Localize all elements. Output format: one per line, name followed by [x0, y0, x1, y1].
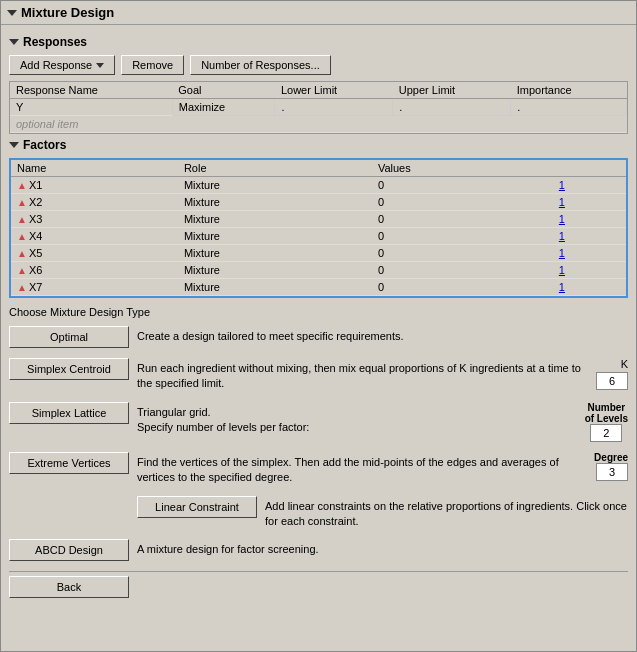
simplex-centroid-button[interactable]: Simplex Centroid — [9, 358, 129, 380]
factor-min[interactable]: 0 — [372, 228, 553, 245]
factors-col-extra — [553, 160, 626, 177]
extreme-vertices-row: Extreme Vertices Find the vertices of th… — [9, 452, 628, 486]
response-goal-y[interactable]: Maximize — [172, 99, 275, 116]
factor-role: Mixture — [178, 194, 372, 211]
simplex-centroid-desc: Run each ingredient without mixing, then… — [137, 358, 588, 392]
responses-section-header: Responses — [9, 35, 628, 49]
linear-constraint-button[interactable]: Linear Constraint — [137, 496, 257, 518]
responses-col-name: Response Name — [10, 82, 172, 99]
responses-col-upper: Upper Limit — [393, 82, 511, 99]
factor-name: X6 — [29, 264, 42, 276]
table-row: ▲X5Mixture01 — [11, 245, 626, 262]
choose-type-label: Choose Mixture Design Type — [9, 306, 628, 318]
number-of-levels-block: Number of Levels — [585, 402, 628, 442]
responses-col-lower: Lower Limit — [275, 82, 393, 99]
simplex-centroid-control: K — [596, 358, 628, 390]
response-name-y: Y — [10, 99, 172, 116]
factor-max[interactable]: 1 — [553, 211, 626, 228]
factor-min[interactable]: 0 — [372, 279, 553, 296]
add-response-dropdown-arrow — [96, 63, 104, 68]
k-input[interactable] — [596, 372, 628, 390]
factors-section-header: Factors — [9, 138, 628, 152]
factor-name: X1 — [29, 179, 42, 191]
factor-min[interactable]: 0 — [372, 194, 553, 211]
simplex-lattice-desc: Triangular grid. Specify number of level… — [137, 402, 577, 436]
number-of-levels-label: Number of Levels — [585, 402, 628, 424]
table-row: ▲X6Mixture01 — [11, 262, 626, 279]
factor-min[interactable]: 0 — [372, 262, 553, 279]
number-of-responses-button[interactable]: Number of Responses... — [190, 55, 331, 75]
factor-icon: ▲ — [17, 282, 27, 293]
optimal-row: Optimal Create a design tailored to meet… — [9, 326, 628, 348]
response-importance-y[interactable]: . — [511, 99, 627, 116]
factor-min[interactable]: 0 — [372, 245, 553, 262]
factor-name: X5 — [29, 247, 42, 259]
table-row: ▲X3Mixture01 — [11, 211, 626, 228]
responses-label: Responses — [23, 35, 87, 49]
table-row: ▲X7Mixture01 — [11, 279, 626, 296]
factor-min[interactable]: 0 — [372, 177, 553, 194]
factor-max[interactable]: 1 — [553, 228, 626, 245]
responses-collapse-arrow[interactable] — [9, 39, 19, 45]
back-row: Back — [9, 576, 628, 598]
title-collapse-arrow[interactable] — [7, 10, 17, 16]
factor-max[interactable]: 1 — [553, 194, 626, 211]
title-bar: Mixture Design — [1, 1, 636, 25]
remove-response-button[interactable]: Remove — [121, 55, 184, 75]
main-container: Mixture Design Responses Add Response Re… — [0, 0, 637, 652]
degree-label: Degree — [594, 452, 628, 463]
optimal-button[interactable]: Optimal — [9, 326, 129, 348]
factor-icon: ▲ — [17, 231, 27, 242]
simplex-centroid-row: Simplex Centroid Run each ingredient wit… — [9, 358, 628, 392]
back-button[interactable]: Back — [9, 576, 129, 598]
factor-name: X7 — [29, 281, 42, 293]
factor-icon: ▲ — [17, 248, 27, 259]
factors-col-role: Role — [178, 160, 372, 177]
factors-table-container: Name Role Values ▲X1Mixture01▲X2Mixture0… — [9, 158, 628, 298]
degree-input[interactable] — [596, 463, 628, 481]
factor-role: Mixture — [178, 262, 372, 279]
table-row: ▲X2Mixture01 — [11, 194, 626, 211]
factors-collapse-arrow[interactable] — [9, 142, 19, 148]
table-row: ▲X1Mixture01 — [11, 177, 626, 194]
simplex-lattice-desc-line2: Specify number of levels per factor: — [137, 420, 577, 435]
linear-constraint-row: Linear Constraint Add linear constraints… — [137, 496, 628, 530]
factor-icon: ▲ — [17, 197, 27, 208]
factor-max[interactable]: 1 — [553, 245, 626, 262]
factors-col-values: Values — [372, 160, 553, 177]
simplex-lattice-row: Simplex Lattice Triangular grid. Specify… — [9, 402, 628, 442]
factor-role: Mixture — [178, 245, 372, 262]
factor-role: Mixture — [178, 177, 372, 194]
linear-constraint-desc: Add linear constraints on the relative p… — [265, 496, 628, 530]
responses-col-importance: Importance — [511, 82, 627, 99]
response-lower-y[interactable]: . — [275, 99, 393, 116]
response-upper-y[interactable]: . — [393, 99, 511, 116]
content-area: Responses Add Response Remove Number of … — [1, 25, 636, 651]
factor-role: Mixture — [178, 211, 372, 228]
divider — [9, 571, 628, 572]
optimal-desc: Create a design tailored to meet specifi… — [137, 326, 628, 344]
abcd-design-button[interactable]: ABCD Design — [9, 539, 129, 561]
factor-max[interactable]: 1 — [553, 262, 626, 279]
simplex-lattice-button[interactable]: Simplex Lattice — [9, 402, 129, 424]
factor-name: X3 — [29, 213, 42, 225]
factors-table: Name Role Values ▲X1Mixture01▲X2Mixture0… — [11, 160, 626, 296]
extreme-vertices-desc: Find the vertices of the simplex. Then a… — [137, 452, 586, 486]
responses-table-container: Response Name Goal Lower Limit Upper Lim… — [9, 81, 628, 134]
abcd-design-row: ABCD Design A mixture design for factor … — [9, 539, 628, 561]
k-label: K — [621, 358, 628, 370]
factor-role: Mixture — [178, 279, 372, 296]
factor-min[interactable]: 0 — [372, 211, 553, 228]
table-row: ▲X4Mixture01 — [11, 228, 626, 245]
extreme-vertices-button[interactable]: Extreme Vertices — [9, 452, 129, 474]
responses-toolbar: Add Response Remove Number of Responses.… — [9, 55, 628, 75]
add-response-button[interactable]: Add Response — [9, 55, 115, 75]
number-of-levels-input[interactable] — [590, 424, 622, 442]
factor-name: X4 — [29, 230, 42, 242]
responses-table: Response Name Goal Lower Limit Upper Lim… — [10, 82, 627, 133]
factor-max[interactable]: 1 — [553, 177, 626, 194]
factor-max[interactable]: 1 — [553, 279, 626, 296]
abcd-design-desc: A mixture design for factor screening. — [137, 539, 628, 557]
factor-name: X2 — [29, 196, 42, 208]
optional-label: optional item — [10, 116, 627, 133]
